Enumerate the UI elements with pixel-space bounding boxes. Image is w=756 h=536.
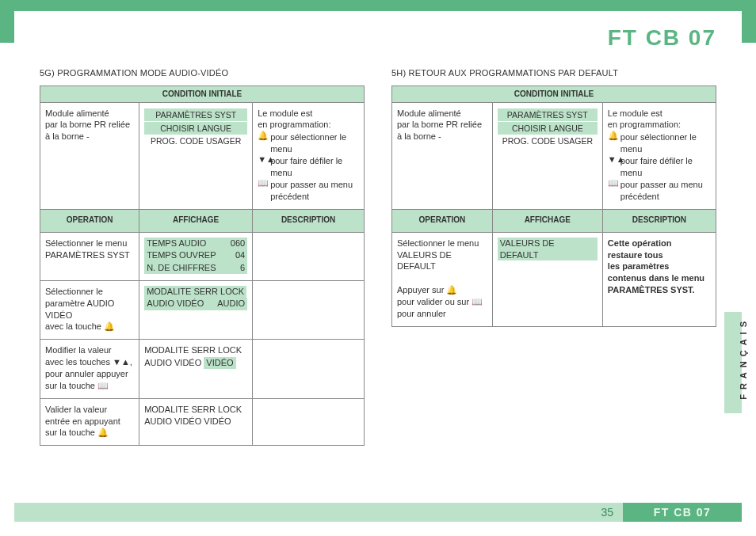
- desc-cell: [253, 398, 365, 446]
- display-line: AUDIO VIDÉO VIDÉO: [144, 357, 247, 369]
- desc-book-2: précédent: [608, 191, 711, 203]
- desc-cell: [253, 232, 365, 280]
- cond-op-text: Module alimenté par la borne PR reliée à…: [397, 108, 482, 142]
- aff-cell: MODALITE SERR LOCKAUDIO VIDÉOAUDIO: [139, 280, 253, 339]
- desc-text: Cette opération restaure tous les paramè…: [608, 238, 704, 295]
- display-line: MODALITE SERR LOCK: [144, 344, 247, 356]
- desc-intro: Le module est en programmation:: [608, 108, 711, 131]
- col-description: DESCRIPTION: [253, 210, 365, 233]
- content: 5G) PROGRAMMATION MODE AUDIO-VIDÉO CONDI…: [40, 68, 716, 448]
- arrows-icon: ▼▲: [258, 155, 267, 164]
- section-5g-title: 5G) PROGRAMMATION MODE AUDIO-VIDÉO: [40, 68, 365, 78]
- desc-bell: pour sélectionner le menu: [620, 131, 711, 155]
- op-text: Sélectionner le menu VALEURS DE DEFAULT …: [397, 238, 483, 318]
- display-line: AUDIO VIDÉO VIDÉO: [144, 416, 247, 428]
- cond-header: CONDITION INITIALE: [392, 86, 716, 103]
- display-line: CHOISIR LANGUE: [144, 122, 247, 135]
- col-operation: OPERATION: [392, 210, 493, 233]
- desc-cell: Cette opération restaure tous les paramè…: [602, 232, 716, 326]
- op-cell: Valider la valeur entrée en appuyant sur…: [40, 398, 139, 446]
- op-cell: Sélectionner le menu VALEURS DE DEFAULT …: [392, 232, 493, 326]
- aff-cell: VALEURS DE DEFAULT: [492, 232, 602, 326]
- desc-cell: [253, 280, 365, 339]
- desc-book: pour passer au menu: [270, 179, 359, 191]
- desc-arrows: pour faire défiler le menu: [620, 155, 711, 179]
- display-line: MODALITE SERR LOCK: [144, 404, 247, 416]
- desc-intro: Le module est en programmation:: [258, 108, 359, 131]
- cond-op: Module alimenté par la borne PR reliée à…: [392, 102, 493, 210]
- desc-bell: pour sélectionner le menu: [270, 131, 359, 155]
- table-row: Modifier la valeur avec les touches ▼▲, …: [40, 340, 365, 398]
- arrows-icon: ▼▲: [608, 155, 617, 164]
- display-line: TEMPS AUDIO060: [144, 238, 247, 249]
- op-cell: Sélectionner le paramètre AUDIO VIDÉO av…: [40, 280, 139, 339]
- table-5h-cond: CONDITION INITIALE Module alimenté par l…: [391, 86, 716, 327]
- display-line: PROG. CODE USAGER: [498, 135, 598, 146]
- cond-header: CONDITION INITIALE: [40, 86, 365, 103]
- display-line: PARAMÈTRES SYST: [498, 108, 598, 121]
- section-5h: 5H) RETOUR AUX PROGRAMMATIONS PAR DEFAUL…: [391, 68, 716, 448]
- cond-op-text: Module alimenté par la borne PR reliée à…: [45, 108, 130, 142]
- aff-cell: MODALITE SERR LOCKAUDIO VIDÉO VIDÉO: [139, 398, 253, 446]
- aff-cell: TEMPS AUDIO060TEMPS OUVREP04N. DE CHIFFR…: [139, 232, 253, 280]
- display-line: VALEURS DE DEFAULT: [498, 238, 598, 261]
- footer-page: 35: [14, 503, 623, 522]
- op-cell: Modifier la valeur avec les touches ▼▲, …: [40, 340, 139, 398]
- aff-cell: MODALITE SERR LOCKAUDIO VIDÉO VIDÉO: [139, 340, 253, 398]
- cond-aff: PARAMÈTRES SYST CHOISIR LANGUE PROG. COD…: [492, 102, 602, 210]
- page-title: FT CB 07: [608, 25, 716, 51]
- desc-book-2: précédent: [258, 191, 359, 203]
- bell-icon: 🔔: [608, 131, 617, 140]
- cond-desc: Le module est en programmation: 🔔pour sé…: [602, 102, 716, 210]
- language-tab-label: FRANÇAIS: [739, 317, 748, 400]
- col-operation: OPERATION: [40, 210, 139, 233]
- display-line: CHOISIR LANGUE: [498, 122, 598, 135]
- cond-aff: PARAMÈTRES SYST CHOISIR LANGUE PROG. COD…: [139, 102, 253, 210]
- op-cell: Sélectionner le menu PARAMÈTRES SYST: [40, 232, 139, 280]
- cond-op: Module alimenté par la borne PR reliée à…: [40, 102, 139, 210]
- book-icon: 📖: [258, 179, 267, 188]
- display-line: PROG. CODE USAGER: [144, 135, 247, 146]
- table-row: Valider la valeur entrée en appuyant sur…: [40, 398, 365, 446]
- col-affichage: AFFICHAGE: [139, 210, 253, 233]
- footer: 35 FT CB 07: [14, 503, 742, 522]
- col-affichage: AFFICHAGE: [492, 210, 602, 233]
- desc-arrows: pour faire défiler le menu: [270, 155, 359, 179]
- display-line: PARAMÈTRES SYST: [144, 108, 247, 121]
- bell-icon: 🔔: [258, 131, 267, 140]
- desc-cell: [253, 340, 365, 398]
- section-5g: 5G) PROGRAMMATION MODE AUDIO-VIDÉO CONDI…: [40, 68, 365, 448]
- section-5h-title: 5H) RETOUR AUX PROGRAMMATIONS PAR DEFAUL…: [391, 68, 716, 78]
- cond-desc: Le module est en programmation: 🔔pour sé…: [253, 102, 365, 210]
- table-row: Sélectionner le paramètre AUDIO VIDÉO av…: [40, 280, 365, 339]
- table-row: Sélectionner le menu VALEURS DE DEFAULT …: [392, 232, 716, 326]
- display-line: MODALITE SERR LOCK: [144, 286, 247, 298]
- display-line: AUDIO VIDÉOAUDIO: [144, 298, 247, 310]
- desc-book: pour passer au menu: [620, 179, 711, 191]
- col-description: DESCRIPTION: [602, 210, 716, 233]
- display-line: N. DE CHIFFRES6: [144, 262, 247, 274]
- table-5g-cond: CONDITION INITIALE Module alimenté par l…: [40, 86, 365, 446]
- page: FT CB 07 5G) PROGRAMMATION MODE AUDIO-VI…: [14, 11, 742, 522]
- table-row: Sélectionner le menu PARAMÈTRES SYSTTEMP…: [40, 232, 365, 280]
- footer-label: FT CB 07: [623, 503, 742, 522]
- display-line: TEMPS OUVREP04: [144, 249, 247, 261]
- book-icon: 📖: [608, 179, 617, 188]
